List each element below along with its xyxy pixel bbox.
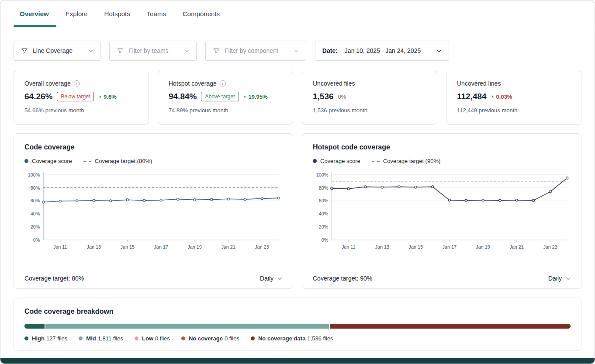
chevron-down-icon (88, 49, 93, 52)
arrow-up-icon: ▲ (98, 95, 102, 98)
stat-previous: 54.66% previous month (24, 107, 138, 114)
coverage-target-text: Coverage target: 80% (24, 275, 84, 282)
chevron-down-icon (184, 49, 189, 52)
coverage-type-dropdown[interactable]: Line Coverage (14, 41, 100, 61)
legend-mid: Mid1,811 files (79, 335, 123, 342)
funnel-icon (21, 47, 28, 54)
svg-text:Jan 15: Jan 15 (121, 244, 135, 250)
code-coverage-chart-card: Code coverage Coverage score Coverage ta… (14, 133, 293, 289)
coverage-target-text: Coverage target: 90% (313, 275, 372, 282)
info-icon[interactable]: i (74, 80, 80, 87)
component-filter-placeholder: Filter by component (225, 47, 278, 54)
stat-delta: ▲ 9.6% (98, 94, 117, 100)
funnel-icon (213, 47, 220, 54)
svg-text:60%: 60% (31, 198, 40, 203)
svg-text:100%: 100% (316, 172, 329, 177)
svg-text:Jan 17: Jan 17 (442, 244, 456, 250)
svg-text:100%: 100% (28, 172, 40, 177)
segment-dot-icon (181, 336, 185, 340)
legend-low: Low0 files (135, 335, 170, 342)
svg-text:Jan 23: Jan 23 (255, 244, 269, 250)
hotspot-coverage-card: Hotspot coverage i 94.84% Above target ▲… (158, 71, 293, 125)
svg-text:Jan 21: Jan 21 (509, 244, 523, 250)
charts-row: Code coverage Coverage score Coverage ta… (14, 133, 581, 289)
segment-dot-icon (135, 336, 138, 340)
svg-text:Jan 21: Jan 21 (221, 244, 235, 250)
hotspot-coverage-chart-card: Hotspot code coverage Coverage score Cov… (302, 133, 581, 289)
svg-text:Jan 13: Jan 13 (87, 244, 101, 250)
legend-high: High127 files (24, 335, 67, 342)
svg-text:Jan 19: Jan 19 (476, 244, 490, 250)
breakdown-bar-segment (45, 324, 329, 329)
stat-delta: 0% (338, 94, 346, 100)
teams-filter-dropdown[interactable]: Filter by teams (109, 41, 197, 61)
breakdown-bar (24, 324, 571, 329)
breakdown-bar-segment (24, 324, 45, 329)
stat-delta: ▲ 0.03% (491, 94, 512, 100)
hotspot-coverage-line-chart: 0%20%40%60%80%100%Jan 11Jan 13Jan 15Jan … (313, 169, 571, 257)
breakdown-title: Code coverage breakdown (24, 308, 571, 315)
overall-coverage-card: Overall coverage i 64.26% Below target ▲… (14, 71, 149, 125)
chart-title: Code coverage (24, 143, 282, 151)
code-coverage-breakdown-card: Code coverage breakdown High127 files Mi… (14, 298, 581, 351)
status-badge: Below target (57, 92, 94, 101)
stat-value: 64.26% (24, 92, 52, 101)
series-dot-icon (24, 159, 28, 163)
svg-text:0%: 0% (33, 237, 40, 243)
legend-coverage-score: Coverage score (24, 158, 72, 164)
stat-value: 1,536 (313, 92, 334, 101)
stat-title: Uncovered files (313, 80, 426, 87)
interval-dropdown[interactable]: Daily (548, 275, 571, 282)
segment-dot-icon (24, 336, 28, 340)
uncovered-lines-card: Uncovered lines 112,484 ▲ 0.03% 112,449 … (446, 71, 581, 125)
svg-text:Jan 19: Jan 19 (187, 244, 201, 250)
chevron-down-icon (566, 277, 571, 280)
svg-text:Jan 15: Jan 15 (409, 244, 423, 250)
chevron-down-icon (277, 277, 282, 280)
date-range-value: Jan 10, 2025 - Jan 24, 2025 (345, 47, 421, 54)
bottom-accent-strip (0, 358, 595, 364)
segment-dot-icon (79, 336, 83, 340)
dashed-line-icon (83, 161, 91, 162)
tab-components[interactable]: Components (183, 0, 220, 27)
svg-text:Jan 23: Jan 23 (543, 244, 557, 250)
component-filter-dropdown[interactable]: Filter by component (205, 41, 306, 61)
svg-text:60%: 60% (319, 198, 329, 203)
stat-cards-row: Overall coverage i 64.26% Below target ▲… (14, 71, 581, 125)
stat-delta: ▲ 19.95% (243, 94, 268, 100)
chart-legend: Coverage score Coverage target (80%) (24, 158, 282, 164)
svg-text:40%: 40% (319, 211, 329, 216)
date-label: Date: (322, 47, 338, 54)
teams-filter-placeholder: Filter by teams (128, 47, 169, 54)
tab-hotspots[interactable]: Hotspots (104, 0, 130, 27)
tab-explore[interactable]: Explore (66, 0, 88, 27)
chart-footer: Coverage target: 90% Daily (302, 268, 581, 288)
uncovered-files-card: Uncovered files 1,536 0% 1,536 previous … (302, 71, 437, 125)
legend-coverage-score: Coverage score (313, 158, 360, 164)
legend-coverage-target: Coverage target (90%) (372, 158, 441, 164)
svg-text:Jan 11: Jan 11 (53, 244, 67, 250)
chevron-down-icon (294, 49, 299, 52)
code-coverage-line-chart: 0%20%40%60%80%100%Jan 11Jan 13Jan 15Jan … (24, 169, 282, 257)
svg-text:80%: 80% (31, 185, 40, 191)
legend-no-coverage: No coverage0 files (181, 335, 239, 342)
stat-previous: 112,449 previous month (457, 107, 571, 114)
top-nav: Overview Explore Hotspots Teams Componen… (0, 0, 595, 27)
stat-title-text: Uncovered files (313, 80, 355, 87)
svg-text:20%: 20% (31, 224, 40, 229)
info-icon[interactable]: i (220, 80, 226, 87)
tab-overview[interactable]: Overview (20, 0, 49, 27)
stat-previous: 74.89% previous month (169, 107, 282, 114)
stat-title-text: Overall coverage (24, 80, 71, 87)
svg-text:80%: 80% (319, 185, 329, 191)
dashed-line-icon (372, 161, 380, 162)
stat-value: 94.84% (169, 92, 197, 101)
svg-text:20%: 20% (319, 224, 329, 229)
status-badge: Above target (201, 92, 239, 101)
tab-teams[interactable]: Teams (147, 0, 166, 27)
coverage-dashboard-page: Overview Explore Hotspots Teams Componen… (0, 0, 595, 364)
interval-dropdown[interactable]: Daily (260, 275, 282, 282)
date-range-dropdown[interactable]: Date: Jan 10, 2025 - Jan 24, 2025 (315, 41, 449, 61)
arrow-up-icon: ▲ (243, 95, 247, 98)
chart-legend: Coverage score Coverage target (90%) (313, 158, 571, 164)
